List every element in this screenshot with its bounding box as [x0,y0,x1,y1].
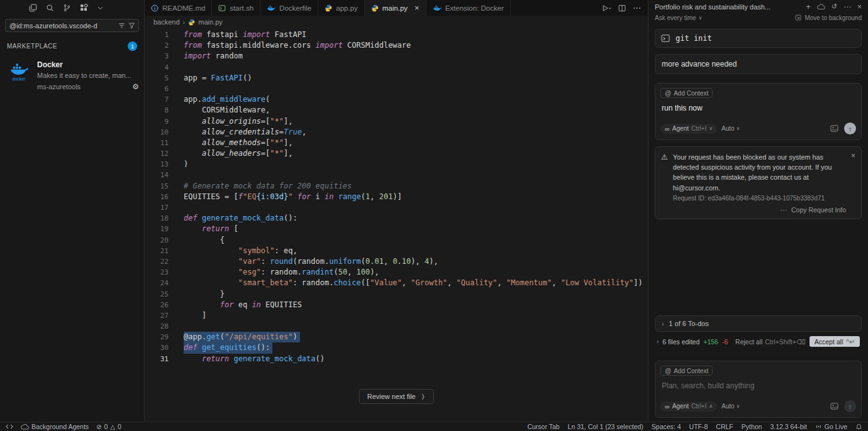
code-line-18[interactable]: 18def generate_mock_data(): [145,213,648,224]
code-line-21[interactable]: 21 "symbol": eq, [145,246,648,256]
warning-close-icon[interactable]: × [851,152,855,214]
code-line-28[interactable]: 28 [145,321,648,332]
code-line-29[interactable]: 29@app.get("/api/equities") [145,332,648,342]
add-context-chip[interactable]: @Add Context [660,366,713,376]
code-line-19[interactable]: 19 return [ [145,224,648,234]
tab-readme-md[interactable]: README.md [145,0,212,16]
tab-start-sh[interactable]: start.sh [212,0,260,16]
user-message-card[interactable]: more advance needed [655,54,862,74]
source-control-icon[interactable] [63,4,71,12]
background-agents-button[interactable]: Background Agents [21,423,89,430]
tab-bar: README.mdstart.shDockerfileapp.pymain.py… [145,0,648,16]
code-line-1[interactable]: 1from fastapi import FastAPI [145,30,648,40]
run-python-icon[interactable] [602,4,611,12]
remote-indicator[interactable] [6,423,13,430]
funnel-filter-icon[interactable] [128,22,135,29]
code-line-4[interactable]: 4 [145,62,648,73]
image-attach-icon[interactable] [830,403,838,410]
todos-row[interactable]: › 1 of 6 To-dos [655,315,862,332]
eol-setting[interactable]: CRLF [716,423,733,430]
code-line-15[interactable]: 15# Generate mock data for 200 equities [145,181,648,192]
send-button[interactable]: ↑ [844,400,856,412]
reject-all-button[interactable]: Reject all Ctrl+Shift+⌫ [735,338,806,346]
chat-input-composer[interactable]: @Add Context Plan, search, build anythin… [655,361,862,418]
code-line-25[interactable]: 25 } [145,289,648,300]
code-line-11[interactable]: 11 allow_methods=["*"], [145,138,648,148]
copy-request-info[interactable]: ⋯ Copy Request Info [673,206,846,214]
cursor-tab-toggle[interactable]: Cursor Tab [527,423,559,430]
extensions-icon[interactable] [80,4,88,12]
code-line-26[interactable]: 26 for eq in EQUITIES [145,300,648,310]
bell-icon[interactable] [855,423,862,430]
breadcrumb[interactable]: backend › main.py [145,16,648,28]
code-line-16[interactable]: 16EQUITIES = [f"EQ{i:03d}" for i in rang… [145,192,648,202]
chat-close-icon[interactable]: × [857,3,862,11]
code-line-31[interactable]: 31 return generate_mock_data() [145,354,648,364]
extension-list-item-docker[interactable]: docker Docker Makes it easy to create, m… [0,53,144,97]
code-line-10[interactable]: 10 allow_credentials=True, [145,127,648,138]
model-dropdown[interactable]: Auto∨ [721,403,740,410]
code-line-23[interactable]: 23 "esg": random.randint(50, 100), [145,267,648,278]
send-button[interactable]: ↑ [844,123,856,134]
gear-icon[interactable]: ⚙ [132,82,139,91]
code-line-6[interactable]: 6 [145,84,648,94]
code-line-8[interactable]: 8 CORSMiddleware, [145,105,648,116]
model-dropdown[interactable]: Auto∨ [721,125,740,132]
code-line-2[interactable]: 2from fastapi.middleware.cors import COR… [145,40,648,51]
review-next-file-button[interactable]: Review next file ❭ [359,389,434,404]
chat-scroll-space[interactable] [655,219,862,315]
code-line-3[interactable]: 3import random [145,51,648,62]
code-line-5[interactable]: 5app = FastAPI() [145,73,648,84]
code-editor[interactable]: 1from fastapi import FastAPI2from fastap… [145,28,648,422]
search-icon[interactable] [46,4,54,12]
agent-mode-dropdown[interactable]: ∞ Agent Ctrl+I ∨ [660,124,717,134]
go-live-button[interactable]: Go Live [815,423,847,430]
indentation-setting[interactable]: Spaces: 4 [652,423,681,430]
accept-all-button[interactable]: Accept all ^↵ [810,336,860,347]
tab-close-icon[interactable]: × [415,4,420,12]
chat-input-placeholder[interactable]: Plan, search, build anything [662,381,855,390]
breadcrumb-file[interactable]: main.py [198,18,223,26]
ask-mode-dropdown[interactable]: Ask every time [655,14,696,21]
cloud-icon[interactable] [817,4,825,10]
chevron-down-icon[interactable] [97,4,104,11]
python-interpreter[interactable]: 3.12.3 64-bit [770,423,806,430]
terminal-command-card[interactable]: git init [655,29,862,48]
add-context-chip[interactable]: @Add Context [660,88,713,98]
image-attach-icon[interactable] [830,125,838,132]
move-to-background[interactable]: Move to background [795,14,862,21]
breadcrumb-folder[interactable]: backend [153,18,180,26]
code-line-20[interactable]: 20 { [145,235,648,246]
cursor-position[interactable]: Ln 31, Col 1 (23 selected) [568,423,643,430]
language-mode[interactable]: Python [742,423,762,430]
agent-mode-dropdown[interactable]: ∞ Agent Ctrl+I ∧ [660,401,717,412]
more-actions-icon[interactable]: ⋯ [633,3,641,13]
code-line-12[interactable]: 12 allow_headers=["*"], [145,148,648,159]
encoding-setting[interactable]: UTF-8 [689,423,708,430]
code-line-30[interactable]: 30def get_equities(): [145,342,648,353]
history-icon[interactable]: ↺ [832,3,837,11]
code-line-13[interactable]: 13) [145,159,648,170]
marketplace-section-header[interactable]: MARKETPLACE 1 [7,41,137,51]
tab-dockerfile[interactable]: Dockerfile [260,0,318,16]
code-line-27[interactable]: 27 ] [145,310,648,321]
code-line-22[interactable]: 22 "var": round(random.uniform(0.01, 0.1… [145,256,648,267]
code-line-14[interactable]: 14 [145,170,648,180]
code-line-7[interactable]: 7app.add_middleware( [145,94,648,105]
files-edited-label[interactable]: 6 files edited [662,338,699,346]
line-content: # Generate mock data for 200 equities [184,181,352,192]
tab-main-py[interactable]: main.py× [365,0,426,16]
files-icon[interactable] [29,4,37,12]
code-line-17[interactable]: 17 [145,202,648,213]
extensions-search-input[interactable]: @id:ms-azuretools.vscode-d [5,19,139,32]
code-line-24[interactable]: 24 "smart_beta": random.choice(["Value",… [145,278,648,288]
tab-extension-docker[interactable]: Extension: Docker [426,0,511,16]
filter-lines-icon[interactable] [118,22,125,29]
new-chat-icon[interactable]: + [806,2,811,11]
chevron-right-icon[interactable]: › [657,338,659,345]
chat-more-icon[interactable]: ⋯ [843,3,851,11]
split-editor-icon[interactable] [618,4,626,12]
code-line-9[interactable]: 9 allow_origins=["*"], [145,116,648,127]
problems-indicator[interactable]: ⊘0 △0 [96,423,121,430]
tab-app-py[interactable]: app.py [318,0,365,16]
